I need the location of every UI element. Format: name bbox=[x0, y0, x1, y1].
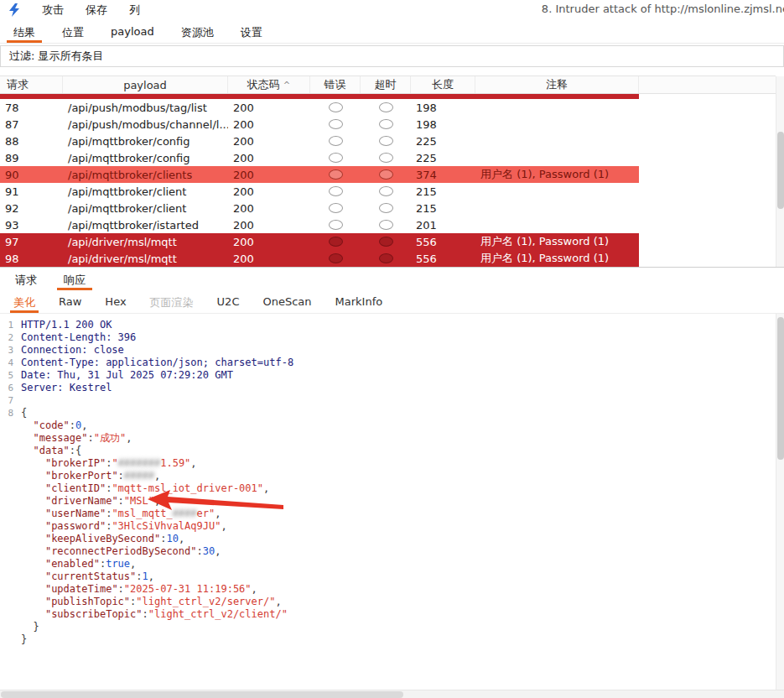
cell-status: 200 bbox=[228, 202, 310, 215]
col-header-status[interactable]: 状态码^ bbox=[228, 76, 310, 93]
results-rows: 78/api/push/modbus/tag/list20019887/api/… bbox=[0, 99, 776, 267]
line-number: 5 bbox=[0, 369, 13, 382]
menu-columns[interactable]: 列 bbox=[129, 3, 140, 18]
cell-request: 97 bbox=[0, 236, 63, 248]
line-number bbox=[0, 596, 13, 608]
table-row[interactable]: 92/api/mqttbroker/client200215 bbox=[0, 200, 639, 216]
tab-onescan[interactable]: OneScan bbox=[251, 290, 323, 313]
error-checkbox-icon bbox=[329, 102, 343, 112]
timeout-checkbox-icon bbox=[379, 119, 393, 129]
col-header-request[interactable]: 请求 bbox=[0, 76, 63, 93]
menu-attack[interactable]: 攻击 bbox=[42, 3, 64, 18]
table-row[interactable]: 97/api/driver/msl/mqtt200556用户名 (1), Pas… bbox=[0, 233, 639, 250]
tab-hex[interactable]: Hex bbox=[93, 290, 138, 313]
error-checkbox-icon bbox=[329, 153, 343, 163]
cell-timeout bbox=[361, 203, 411, 213]
cell-request: 89 bbox=[0, 152, 63, 164]
tab-render[interactable]: 页面渲染 bbox=[138, 290, 205, 313]
horizontal-scrollbar[interactable] bbox=[0, 690, 784, 698]
results-scrollbar[interactable] bbox=[776, 76, 784, 267]
cell-request: 90 bbox=[0, 169, 63, 181]
table-row[interactable]: 90/api/mqttbroker/clients200374用户名 (1), … bbox=[0, 166, 639, 183]
col-header-error[interactable]: 错误 bbox=[310, 76, 361, 93]
cell-timeout bbox=[361, 220, 411, 230]
response-line: 2Content-Length: 396 bbox=[0, 331, 776, 344]
table-row[interactable]: 93/api/mqttbroker/istarted200201 bbox=[0, 216, 639, 233]
cell-payload: /api/mqttbroker/config bbox=[63, 135, 228, 148]
error-checkbox-icon bbox=[329, 186, 343, 196]
cell-length: 201 bbox=[411, 219, 475, 232]
cell-status: 200 bbox=[228, 236, 310, 248]
cell-request: 92 bbox=[0, 202, 63, 215]
timeout-checkbox-icon bbox=[379, 169, 393, 180]
message-tab-bar: 请求 响应 bbox=[0, 267, 784, 290]
timeout-checkbox-icon bbox=[379, 237, 393, 247]
table-row[interactable]: 88/api/mqttbroker/config200225 bbox=[0, 133, 639, 149]
tab-resource-pool[interactable]: 资源池 bbox=[168, 20, 227, 43]
col-header-payload[interactable]: payload bbox=[63, 76, 228, 93]
results-table-body: 78/api/push/modbus/tag/list20019887/api/… bbox=[0, 94, 776, 267]
cell-length: 198 bbox=[411, 118, 475, 131]
line-number bbox=[0, 583, 13, 596]
tab-u2c[interactable]: U2C bbox=[205, 290, 252, 313]
line-number: 1 bbox=[0, 319, 13, 331]
cell-payload: /api/mqttbroker/istarted bbox=[63, 219, 228, 232]
line-number: 7 bbox=[0, 394, 13, 407]
timeout-checkbox-icon bbox=[379, 136, 393, 146]
response-line: 8{ bbox=[0, 407, 776, 419]
tab-markinfo[interactable]: MarkInfo bbox=[324, 290, 395, 313]
tab-settings[interactable]: 设置 bbox=[227, 20, 276, 43]
cell-error bbox=[310, 186, 361, 196]
tab-payload[interactable]: payload bbox=[97, 20, 168, 43]
response-line: 4Content-Type: application/json; charset… bbox=[0, 357, 776, 369]
cell-request: 88 bbox=[0, 135, 63, 148]
main-tab-bar: 结果 位置 payload 资源池 设置 bbox=[0, 20, 784, 44]
table-row[interactable]: 91/api/mqttbroker/client200215 bbox=[0, 183, 639, 200]
timeout-checkbox-icon bbox=[379, 153, 393, 163]
table-row[interactable]: 78/api/push/modbus/tag/list200198 bbox=[0, 99, 639, 116]
response-line: "message":"成功", bbox=[0, 432, 776, 445]
tab-results[interactable]: 结果 bbox=[0, 20, 49, 43]
line-number bbox=[0, 470, 13, 482]
sort-up-icon: ^ bbox=[283, 81, 290, 90]
line-number bbox=[0, 508, 13, 520]
line-number bbox=[0, 633, 13, 646]
tab-raw[interactable]: Raw bbox=[47, 290, 93, 313]
response-line: "keepAliveBySecond":10, bbox=[0, 533, 776, 545]
response-line: "currentStatus":1, bbox=[0, 570, 776, 583]
cell-length: 556 bbox=[411, 236, 475, 248]
response-line: "clientID":"mqtt-msl_iot_driver-001", bbox=[0, 482, 776, 495]
response-editor[interactable]: 1HTTP/1.1 200 OK2Content-Length: 3963Con… bbox=[0, 314, 776, 690]
line-number bbox=[0, 520, 13, 533]
response-scrollbar-thumb[interactable] bbox=[777, 317, 784, 460]
cell-payload: /api/mqttbroker/config bbox=[63, 152, 228, 164]
cell-comment: 用户名 (1), Password (1) bbox=[475, 234, 639, 249]
col-header-comment[interactable]: 注释 bbox=[475, 76, 639, 93]
table-row[interactable]: 87/api/push/modbus/channel/l...200198 bbox=[0, 116, 639, 133]
cell-error bbox=[310, 169, 361, 180]
cell-error bbox=[310, 102, 361, 112]
cell-length: 556 bbox=[411, 253, 475, 265]
col-header-timeout[interactable]: 超时 bbox=[361, 76, 411, 93]
results-scrollbar-thumb[interactable] bbox=[777, 132, 784, 209]
response-scrollbar[interactable] bbox=[776, 314, 784, 690]
cell-timeout bbox=[361, 253, 411, 263]
response-view-tab-bar: 美化 Raw Hex 页面渲染 U2C OneScan MarkInfo bbox=[0, 290, 784, 314]
menu-save[interactable]: 保存 bbox=[86, 3, 107, 18]
col-header-length[interactable]: 长度 bbox=[411, 76, 475, 93]
tab-positions[interactable]: 位置 bbox=[49, 20, 97, 43]
horizontal-scrollbar-thumb[interactable] bbox=[1, 691, 403, 698]
table-row[interactable]: 89/api/mqttbroker/config200225 bbox=[0, 149, 639, 166]
line-number bbox=[0, 570, 13, 583]
line-number bbox=[0, 482, 13, 495]
filter-bar[interactable]: 过滤: 显示所有条目 bbox=[0, 45, 784, 67]
response-line: 6Server: Kestrel bbox=[0, 382, 776, 394]
table-row[interactable]: 98/api/driver/msl/mqtt200556用户名 (1), Pas… bbox=[0, 250, 639, 267]
tab-request[interactable]: 请求 bbox=[2, 268, 50, 290]
response-line: "data":{ bbox=[0, 445, 776, 457]
line-number bbox=[0, 558, 13, 570]
cell-length: 215 bbox=[411, 202, 475, 215]
tab-beautify[interactable]: 美化 bbox=[2, 290, 47, 313]
tab-response[interactable]: 响应 bbox=[50, 268, 99, 290]
cell-payload: /api/driver/msl/mqtt bbox=[63, 236, 228, 248]
